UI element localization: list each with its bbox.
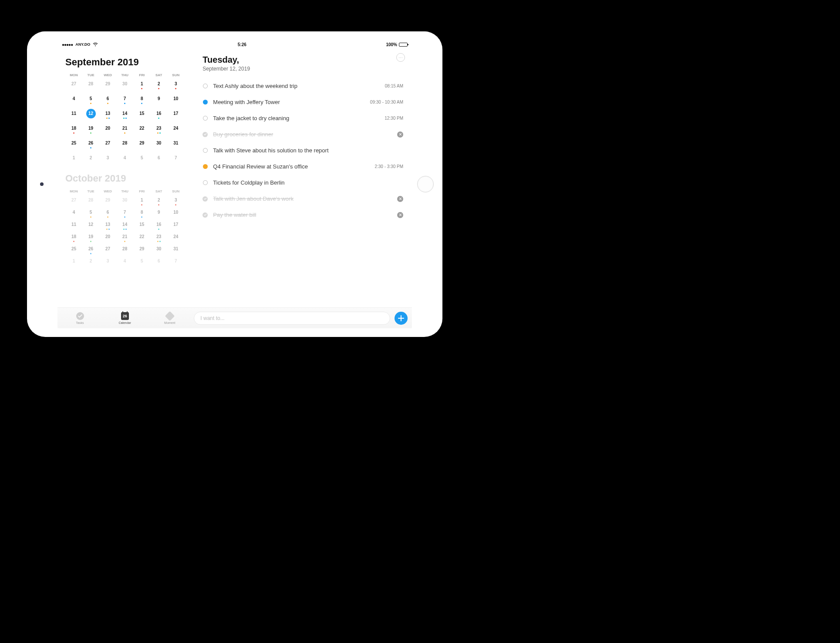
calendar-day[interactable]: 12 bbox=[82, 220, 99, 232]
calendar-day[interactable]: 12 bbox=[82, 109, 99, 122]
calendar-day[interactable]: 2 bbox=[82, 154, 99, 167]
calendar-day[interactable]: 27 bbox=[65, 80, 82, 93]
agenda-item[interactable]: Talk with Jen about Dave's work bbox=[202, 191, 403, 207]
calendar-day[interactable]: 28 bbox=[82, 196, 99, 207]
calendar-day[interactable]: 9 bbox=[150, 208, 167, 219]
calendar-day[interactable]: 14 bbox=[116, 220, 133, 232]
calendar-day[interactable]: 17 bbox=[167, 220, 184, 232]
calendar-day[interactable]: 25 bbox=[65, 245, 82, 256]
calendar-day[interactable]: 3 bbox=[99, 257, 116, 268]
home-button[interactable] bbox=[417, 176, 434, 192]
calendar-day[interactable]: 2 bbox=[150, 80, 167, 93]
calendar-day[interactable]: 27 bbox=[99, 245, 116, 256]
calendar-day[interactable]: 29 bbox=[133, 139, 150, 152]
agenda-item[interactable]: Text Ashly about the weekend trip08:15 A… bbox=[202, 78, 403, 94]
new-task-input[interactable]: I want to... bbox=[194, 312, 390, 325]
tab-moment[interactable]: Moment bbox=[152, 312, 187, 324]
delete-button[interactable] bbox=[397, 131, 403, 138]
calendar-day[interactable]: 4 bbox=[65, 208, 82, 219]
calendar-day[interactable]: 3 bbox=[167, 80, 184, 93]
calendar-day[interactable]: 13 bbox=[99, 220, 116, 232]
calendar-day[interactable]: 24 bbox=[167, 232, 184, 244]
calendar-day[interactable]: 1 bbox=[133, 196, 150, 207]
calendar-day[interactable]: 4 bbox=[65, 94, 82, 108]
calendar-day[interactable]: 28 bbox=[82, 80, 99, 93]
calendar-day[interactable]: 19 bbox=[82, 124, 99, 137]
calendar-day[interactable]: 31 bbox=[167, 139, 184, 152]
agenda-item[interactable]: Pay the water bill bbox=[202, 207, 403, 223]
calendar-day[interactable]: 19 bbox=[82, 232, 99, 244]
agenda-item[interactable]: Meeting with Jeffery Tower09:30 - 10:30 … bbox=[202, 94, 403, 110]
calendar-day[interactable]: 27 bbox=[65, 196, 82, 207]
agenda-item[interactable]: Talk with Steve about his solution to th… bbox=[202, 142, 403, 158]
calendar-day[interactable]: 6 bbox=[150, 154, 167, 167]
calendar-day[interactable]: 5 bbox=[133, 154, 150, 167]
calendar-day[interactable]: 3 bbox=[167, 196, 184, 207]
tab-tasks[interactable]: Tasks bbox=[63, 312, 98, 324]
calendar-day[interactable]: 21 bbox=[116, 124, 133, 137]
calendar-day[interactable]: 5 bbox=[82, 94, 99, 108]
add-task-button[interactable] bbox=[395, 312, 408, 325]
calendar-day[interactable]: 16 bbox=[150, 109, 167, 122]
calendar-day[interactable]: 16 bbox=[150, 220, 167, 232]
delete-button[interactable] bbox=[397, 196, 403, 202]
calendar-day[interactable]: 27 bbox=[99, 139, 116, 152]
calendar-day[interactable]: 1 bbox=[65, 257, 82, 268]
calendar-day[interactable]: 15 bbox=[133, 109, 150, 122]
calendar-day[interactable]: 4 bbox=[116, 257, 133, 268]
calendar-day[interactable]: 8 bbox=[133, 94, 150, 108]
calendar-day[interactable]: 20 bbox=[99, 232, 116, 244]
agenda-item[interactable]: Take the jacket to dry cleaning12:30 PM bbox=[202, 110, 403, 126]
calendar-day[interactable]: 28 bbox=[116, 245, 133, 256]
calendar-day[interactable]: 9 bbox=[150, 94, 167, 108]
calendar-day[interactable]: 6 bbox=[99, 208, 116, 219]
calendar-day[interactable]: 30 bbox=[150, 245, 167, 256]
calendar-day[interactable]: 30 bbox=[150, 139, 167, 152]
calendar-day[interactable]: 21 bbox=[116, 232, 133, 244]
calendar-day[interactable]: 24 bbox=[167, 124, 184, 137]
calendar-day[interactable]: 23 bbox=[150, 124, 167, 137]
calendar-day[interactable]: 7 bbox=[167, 154, 184, 167]
calendar-day[interactable]: 17 bbox=[167, 109, 184, 122]
calendar-day[interactable]: 15 bbox=[133, 220, 150, 232]
calendar-day[interactable]: 11 bbox=[65, 220, 82, 232]
calendar-day[interactable]: 7 bbox=[116, 94, 133, 108]
calendar-day[interactable]: 26 bbox=[82, 245, 99, 256]
calendar-day[interactable]: 29 bbox=[99, 80, 116, 93]
calendar-day[interactable]: 2 bbox=[150, 196, 167, 207]
tab-calendar[interactable]: 26 Calendar bbox=[108, 312, 142, 324]
calendar-day[interactable]: 11 bbox=[65, 109, 82, 122]
calendar-day[interactable]: 8 bbox=[133, 208, 150, 219]
calendar-day[interactable]: 1 bbox=[133, 80, 150, 93]
calendar-day[interactable]: 18 bbox=[65, 232, 82, 244]
calendar-day[interactable]: 6 bbox=[99, 94, 116, 108]
calendar-day[interactable]: 6 bbox=[150, 257, 167, 268]
calendar-day[interactable]: 23 bbox=[150, 232, 167, 244]
calendar-day[interactable]: 1 bbox=[65, 154, 82, 167]
calendar-day[interactable]: 14 bbox=[116, 109, 133, 122]
calendar-day[interactable]: 3 bbox=[99, 154, 116, 167]
agenda-item[interactable]: Buy groceries for dinner bbox=[202, 126, 403, 142]
calendar-day[interactable]: 29 bbox=[133, 245, 150, 256]
calendar-day[interactable]: 26 bbox=[82, 139, 99, 152]
calendar-day[interactable]: 31 bbox=[167, 245, 184, 256]
calendar-day[interactable]: 28 bbox=[116, 139, 133, 152]
delete-button[interactable] bbox=[397, 212, 403, 218]
calendar-day[interactable]: 22 bbox=[133, 232, 150, 244]
calendar-day[interactable]: 10 bbox=[167, 94, 184, 108]
calendar-day[interactable]: 18 bbox=[65, 124, 82, 137]
calendar-day[interactable]: 25 bbox=[65, 139, 82, 152]
calendar-day[interactable]: 4 bbox=[116, 154, 133, 167]
agenda-item[interactable]: Tickets for Coldplay in Berlin bbox=[202, 175, 403, 191]
calendar-day[interactable]: 5 bbox=[82, 208, 99, 219]
calendar-day[interactable]: 7 bbox=[116, 208, 133, 219]
calendar-day[interactable]: 10 bbox=[167, 208, 184, 219]
calendar-day[interactable]: 13 bbox=[99, 109, 116, 122]
calendar-day[interactable]: 30 bbox=[116, 80, 133, 93]
calendar-day[interactable]: 7 bbox=[167, 257, 184, 268]
calendar-day[interactable]: 20 bbox=[99, 124, 116, 137]
calendar-day[interactable]: 30 bbox=[116, 196, 133, 207]
agenda-item[interactable]: Q4 Financial Review at Suzan's office2:3… bbox=[202, 158, 403, 175]
calendar-day[interactable]: 29 bbox=[99, 196, 116, 207]
calendar-day[interactable]: 2 bbox=[82, 257, 99, 268]
